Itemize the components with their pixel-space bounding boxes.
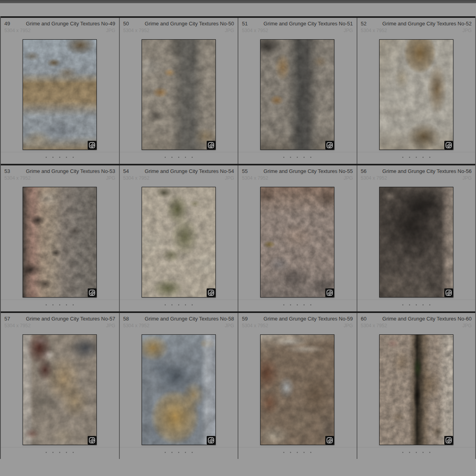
photo-title: Grime and Grunge City Textures No-52 <box>382 21 472 27</box>
photo-dimensions: 5304 x 7952 <box>242 323 268 328</box>
photo-title: Grime and Grunge City Textures No-55 <box>263 168 353 174</box>
photo-thumbnail-54[interactable] <box>142 187 216 298</box>
keyword-badge-icon[interactable] <box>207 141 215 150</box>
photo-title: Grime and Grunge City Textures No-53 <box>26 168 115 174</box>
rating-dots[interactable] <box>238 303 357 305</box>
cell-header: 57Grime and Grunge City Textures No-57 5… <box>1 313 119 329</box>
texture-grain <box>142 187 215 297</box>
rating-dots[interactable] <box>1 156 119 158</box>
keyword-badge-icon[interactable] <box>207 288 215 297</box>
keyword-badge-icon[interactable] <box>88 288 96 297</box>
cell-footer-divider <box>120 447 238 447</box>
photo-title: Grime and Grunge City Textures No-59 <box>263 316 353 322</box>
rating-dots[interactable] <box>357 156 476 158</box>
photo-title: Grime and Grunge City Textures No-58 <box>145 316 234 322</box>
photo-thumbnail-52[interactable] <box>379 39 453 150</box>
texture-grain <box>142 40 215 150</box>
rating-dots[interactable] <box>238 156 357 158</box>
keyword-badge-icon[interactable] <box>444 141 453 150</box>
thumbnail-grid: 49Grime and Grunge City Textures No-49 5… <box>0 16 476 459</box>
rating-dots[interactable] <box>357 303 476 305</box>
photo-dimensions: 5304 x 7952 <box>242 175 268 181</box>
cell-header: 52Grime and Grunge City Textures No-52 5… <box>357 18 476 34</box>
grid-cell-53[interactable]: 53Grime and Grunge City Textures No-53 5… <box>1 165 120 311</box>
keyword-badge-icon[interactable] <box>207 436 215 445</box>
photo-dimensions: 5304 x 7952 <box>361 323 387 328</box>
cell-footer-divider <box>238 299 357 300</box>
rating-dots[interactable] <box>120 156 238 158</box>
keyword-badge-icon[interactable] <box>325 436 334 445</box>
photo-index: 58 <box>123 316 129 322</box>
grid-cell-52[interactable]: 52Grime and Grunge City Textures No-52 5… <box>357 18 476 164</box>
keyword-badge-icon[interactable] <box>88 141 96 150</box>
cell-footer-divider <box>120 152 238 152</box>
photo-thumbnail-49[interactable] <box>23 39 97 150</box>
texture-grain <box>380 187 453 297</box>
grid-cell-57[interactable]: 57Grime and Grunge City Textures No-57 5… <box>1 313 120 459</box>
photo-thumbnail-50[interactable] <box>142 39 216 150</box>
keyword-badge-icon[interactable] <box>325 141 334 150</box>
grid-row-2: 53Grime and Grunge City Textures No-53 5… <box>1 164 475 311</box>
photo-format: JPG <box>225 323 234 328</box>
cell-header: 59Grime and Grunge City Textures No-59 5… <box>238 313 357 329</box>
photo-dimensions: 5304 x 7952 <box>4 323 31 328</box>
photo-index: 55 <box>242 168 248 174</box>
texture-grain <box>380 40 453 150</box>
keyword-badge-icon[interactable] <box>325 288 334 297</box>
cell-header: 51Grime and Grunge City Textures No-51 5… <box>238 18 357 34</box>
photo-index: 53 <box>4 168 10 174</box>
rating-dots[interactable] <box>1 451 119 453</box>
cell-footer-divider <box>1 152 119 152</box>
keyword-badge-icon[interactable] <box>88 436 96 445</box>
photo-thumbnail-51[interactable] <box>260 39 334 150</box>
grid-row-1: 49Grime and Grunge City Textures No-49 5… <box>1 16 475 164</box>
photo-thumbnail-58[interactable] <box>142 334 216 445</box>
photo-dimensions: 5304 x 7952 <box>4 175 31 181</box>
keyword-badge-icon[interactable] <box>444 288 453 297</box>
rating-dots[interactable] <box>120 303 238 305</box>
photo-thumbnail-56[interactable] <box>379 187 453 298</box>
photo-index: 60 <box>361 316 367 322</box>
grid-cell-49[interactable]: 49Grime and Grunge City Textures No-49 5… <box>1 18 120 164</box>
texture-grain <box>23 187 96 297</box>
photo-dimensions: 5304 x 7952 <box>4 28 31 33</box>
grid-cell-60[interactable]: 60Grime and Grunge City Textures No-60 5… <box>357 313 476 459</box>
grid-cell-55[interactable]: 55Grime and Grunge City Textures No-55 5… <box>238 165 357 311</box>
cell-footer-divider <box>357 299 476 300</box>
grid-cell-51[interactable]: 51Grime and Grunge City Textures No-51 5… <box>238 18 357 164</box>
bottom-gutter <box>0 459 476 476</box>
photo-dimensions: 5304 x 7952 <box>361 175 387 181</box>
texture-grain <box>380 335 453 445</box>
cell-footer-divider <box>1 299 119 300</box>
grid-cell-59[interactable]: 59Grime and Grunge City Textures No-59 5… <box>238 313 357 459</box>
photo-thumbnail-53[interactable] <box>23 187 97 298</box>
photo-thumbnail-57[interactable] <box>23 334 97 445</box>
cell-footer-divider <box>357 447 476 447</box>
cell-footer-divider <box>238 152 357 152</box>
texture-grain <box>261 40 334 150</box>
rating-dots[interactable] <box>357 451 476 453</box>
grid-cell-54[interactable]: 54Grime and Grunge City Textures No-54 5… <box>120 165 239 311</box>
cell-header: 54Grime and Grunge City Textures No-54 5… <box>120 165 238 182</box>
photo-format: JPG <box>344 175 353 181</box>
photo-index: 51 <box>242 21 248 27</box>
photo-thumbnail-59[interactable] <box>260 334 334 445</box>
cell-header: 56Grime and Grunge City Textures No-56 5… <box>357 165 476 182</box>
cell-header: 58Grime and Grunge City Textures No-58 5… <box>120 313 238 329</box>
photo-thumbnail-55[interactable] <box>260 187 334 298</box>
photo-dimensions: 5304 x 7952 <box>123 323 150 328</box>
grid-cell-50[interactable]: 50Grime and Grunge City Textures No-50 5… <box>120 18 239 164</box>
rating-dots[interactable] <box>238 451 357 453</box>
cell-header: 49Grime and Grunge City Textures No-49 5… <box>1 18 119 34</box>
photo-thumbnail-60[interactable] <box>379 334 453 445</box>
grid-cell-58[interactable]: 58Grime and Grunge City Textures No-58 5… <box>120 313 239 459</box>
rating-dots[interactable] <box>120 451 238 453</box>
photo-title: Grime and Grunge City Textures No-54 <box>145 168 234 174</box>
rating-dots[interactable] <box>1 303 119 305</box>
cell-footer-divider <box>357 152 476 152</box>
keyword-badge-icon[interactable] <box>444 436 453 445</box>
photo-index: 54 <box>123 168 129 174</box>
cell-header: 55Grime and Grunge City Textures No-55 5… <box>238 165 357 182</box>
grid-cell-56[interactable]: 56Grime and Grunge City Textures No-56 5… <box>357 165 476 311</box>
cell-header: 50Grime and Grunge City Textures No-50 5… <box>120 18 238 34</box>
